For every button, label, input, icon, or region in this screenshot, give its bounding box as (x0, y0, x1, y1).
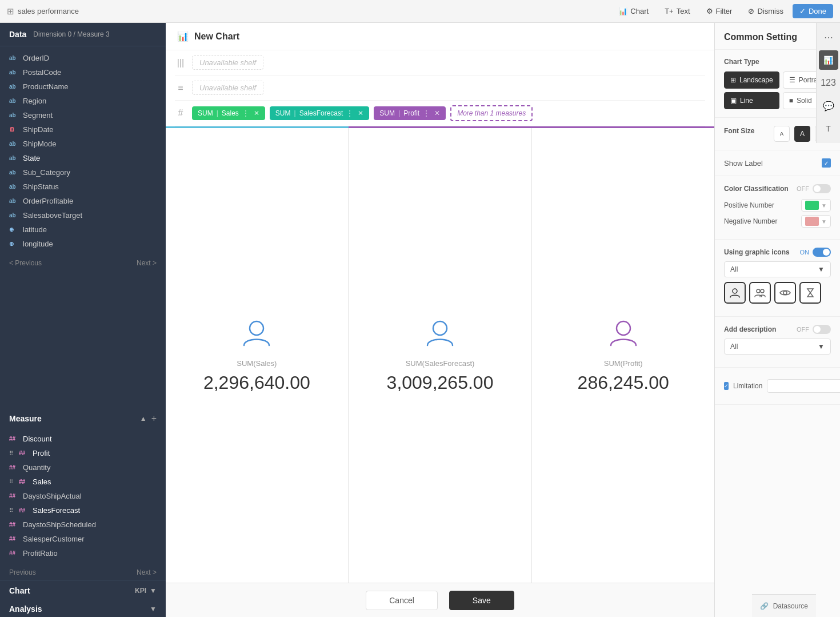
next-dimensions[interactable]: Next > (137, 259, 157, 267)
sidebar-item-longitude[interactable]: ⊕longitude (0, 237, 166, 251)
sidebar-item-segment[interactable]: abSegment (0, 108, 166, 122)
graphic-icons-toggle[interactable] (813, 248, 831, 257)
text-button[interactable]: T+ Text (658, 4, 697, 18)
landscape-button[interactable]: ⊞ Landscape (724, 71, 779, 89)
prev-measures[interactable]: Previous (9, 568, 36, 576)
sidebar-item-sales[interactable]: ⠿##Sales (0, 475, 166, 489)
sidebar-item-salespercustomer[interactable]: ##SalesperCustomer (0, 532, 166, 546)
datasource-label[interactable]: Datasource (773, 602, 808, 610)
sidebar-item-latitude[interactable]: ⊕latitude (0, 222, 166, 237)
sidebar-item-quantity[interactable]: ##Quantity (0, 460, 166, 475)
limitation-checkbox[interactable]: ✓ (724, 382, 729, 390)
line-icon: ▣ (730, 97, 737, 105)
sidebar-item-daystoshipscheduled[interactable]: ##DaystoShipScheduled (0, 518, 166, 532)
done-button[interactable]: ✓ Done (793, 4, 833, 18)
positive-chevron-icon: ▼ (821, 202, 827, 209)
sidebar-item-shipmode[interactable]: abShipMode (0, 137, 166, 151)
svg-point-5 (761, 289, 764, 293)
kpi-icon-salesforecast (423, 316, 457, 352)
add-desc-toggle[interactable] (813, 325, 831, 334)
measure-chip-salesforecast[interactable]: SUM | SalesForecast ⋮ ✕ (270, 106, 370, 120)
sidebar-item-discount[interactable]: ##Discount (0, 432, 166, 446)
sidebar-item-profitratio[interactable]: ##ProfitRatio (0, 546, 166, 560)
sidebar-item-salesforecast[interactable]: ⠿##SalesForecast (0, 503, 166, 518)
chart-button[interactable]: 📊 Chart (611, 4, 655, 18)
sidebar-item-shipdate[interactable]: 🗓ShipDate (0, 122, 166, 137)
positive-number-color-button[interactable]: ▼ (801, 199, 831, 212)
color-class-label: Color Classification (724, 185, 789, 193)
measure-shelf: SUM | Sales ⋮ ✕ SUM | SalesForecast ⋮ ✕ (192, 105, 533, 121)
shelf-placeholder-2[interactable]: Unavailable shelf (192, 81, 263, 95)
datasource-icon: 🔗 (760, 602, 769, 610)
sidebar-item-productname[interactable]: abProductName (0, 79, 166, 94)
save-button[interactable]: Save (449, 591, 514, 610)
portrait-icon: ☰ (789, 76, 795, 84)
sidebar-item-profit[interactable]: ⠿##Profit (0, 446, 166, 460)
shelf-row-2: ≡ Unavailable shelf (175, 75, 705, 101)
add-measure-button[interactable]: + (151, 413, 157, 424)
group-icon-button[interactable] (749, 282, 771, 304)
sidebar-item-state[interactable]: abState (0, 151, 166, 165)
limitation-input[interactable]: 1000 (767, 379, 840, 393)
line-button[interactable]: ▣ Line (724, 92, 779, 109)
svg-point-3 (733, 289, 737, 293)
chip-salesforecast-menu[interactable]: ⋮ (346, 109, 353, 117)
sidebar-item-salesabovetarget[interactable]: abSalesaboveTarget (0, 208, 166, 222)
measure-chip-sales[interactable]: SUM | Sales ⋮ ✕ (192, 106, 265, 120)
hourglass-icon-button[interactable] (799, 282, 821, 304)
graphic-icons-dropdown[interactable]: All ▼ (724, 261, 831, 277)
font-size-medium-button[interactable]: A (794, 126, 810, 142)
sidebar-item-postalcode[interactable]: abPostalCode (0, 65, 166, 79)
right-icon-strip: ⋯ 📊 123 💬 T (816, 23, 840, 143)
negative-color-swatch (805, 217, 819, 226)
measure-section-header[interactable]: Measure ▲ + (0, 408, 166, 427)
measure-chevron-icon: ▲ (140, 415, 147, 423)
dropdown-chevron-icon: ▼ (818, 265, 825, 273)
shelf-icon-2: ≡ (175, 83, 186, 93)
top-bar-actions: 📊 Chart T+ Text ⚙ Filter ⊘ Dismiss ✓ Don… (611, 4, 833, 18)
negative-number-color-button[interactable]: ▼ (801, 215, 831, 228)
chip-sales-menu[interactable]: ⋮ (242, 109, 249, 117)
prev-dimensions[interactable]: < Previous (9, 259, 42, 267)
show-label-row: Show Label ✓ (724, 158, 831, 168)
positive-number-label: Positive Number (724, 201, 774, 209)
chip-profit-close[interactable]: ✕ (434, 109, 440, 117)
limitation-label: Limitation (733, 382, 762, 390)
color-class-toggle[interactable] (813, 184, 831, 193)
icon-picker (724, 282, 831, 304)
chip-profit-menu[interactable]: ⋮ (423, 109, 430, 117)
chip-sales-close[interactable]: ✕ (254, 109, 259, 117)
measure-chip-profit[interactable]: SUM | Profit ⋮ ✕ (374, 106, 446, 120)
dismiss-button[interactable]: ⊘ Dismiss (741, 4, 790, 18)
data-tab[interactable]: Data (9, 30, 26, 39)
sidebar-item-subcategory[interactable]: abSub_Category (0, 165, 166, 180)
next-measures[interactable]: Next > (137, 568, 157, 576)
add-desc-label: Add description (724, 325, 776, 333)
dots-grid-icon-button[interactable]: ⋯ (819, 27, 838, 47)
bar-chart-icon-button[interactable]: 📊 (819, 50, 838, 70)
svg-point-6 (783, 291, 787, 294)
chip-salesforecast-close[interactable]: ✕ (358, 109, 363, 117)
cancel-button[interactable]: Cancel (366, 591, 438, 610)
positive-color-swatch (805, 201, 819, 210)
shelf-placeholder-1[interactable]: Unavailable shelf (192, 55, 263, 70)
text-icon: T+ (665, 7, 674, 15)
more-measures-button[interactable]: More than 1 measures (450, 105, 533, 121)
person-icon-button[interactable] (724, 282, 746, 304)
font-size-small-button[interactable]: A (774, 126, 790, 142)
show-label-checkbox[interactable]: ✓ (822, 158, 831, 168)
filter-button[interactable]: ⚙ Filter (699, 4, 739, 18)
text-format-icon-button[interactable]: T (819, 119, 838, 138)
add-desc-dropdown[interactable]: All ▼ (724, 339, 831, 355)
chart-section-header[interactable]: Chart KPI ▼ (0, 580, 166, 599)
comment-icon-button[interactable]: 💬 (819, 96, 838, 116)
eye-icon-button[interactable] (774, 282, 796, 304)
svg-point-0 (250, 321, 263, 335)
sidebar-item-daystoshipactual[interactable]: ##DaystoShipActual (0, 489, 166, 503)
sidebar-item-shipstatus[interactable]: abShipStatus (0, 180, 166, 194)
sidebar-item-orderprofitable[interactable]: abOrderProfitable (0, 194, 166, 208)
number-icon-button[interactable]: 123 (819, 73, 838, 93)
analysis-section-header[interactable]: Analysis ▼ (0, 599, 166, 617)
sidebar-item-orderid[interactable]: abOrderID (0, 51, 166, 65)
sidebar-item-region[interactable]: abRegion (0, 94, 166, 108)
